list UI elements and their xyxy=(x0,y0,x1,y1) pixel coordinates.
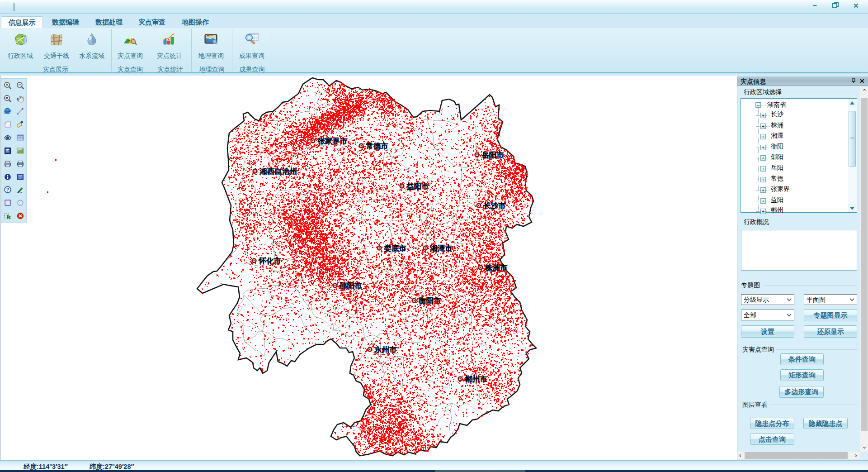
svg-text:株洲市: 株洲市 xyxy=(485,263,508,272)
svg-text:衡阳市: 衡阳市 xyxy=(418,296,441,305)
svg-text:娄底市: 娄底市 xyxy=(383,244,406,252)
svg-text:?: ? xyxy=(6,187,9,192)
svg-text:益阳市: 益阳市 xyxy=(406,182,429,190)
svg-text:邵阳市: 邵阳市 xyxy=(339,281,362,290)
svg-text:湘西自治州: 湘西自治州 xyxy=(259,167,297,175)
svg-text:湘潭市: 湘潭市 xyxy=(429,244,453,252)
svg-text:常德市: 常德市 xyxy=(366,142,388,150)
svg-text:郴州市: 郴州市 xyxy=(464,375,487,383)
svg-text:岳阳市: 岳阳市 xyxy=(481,151,504,159)
svg-text:永州市: 永州市 xyxy=(374,345,397,353)
svg-text:怀化市: 怀化市 xyxy=(258,257,281,265)
svg-text:张家界市: 张家界市 xyxy=(317,137,348,145)
svg-text:长沙市: 长沙市 xyxy=(483,201,506,210)
